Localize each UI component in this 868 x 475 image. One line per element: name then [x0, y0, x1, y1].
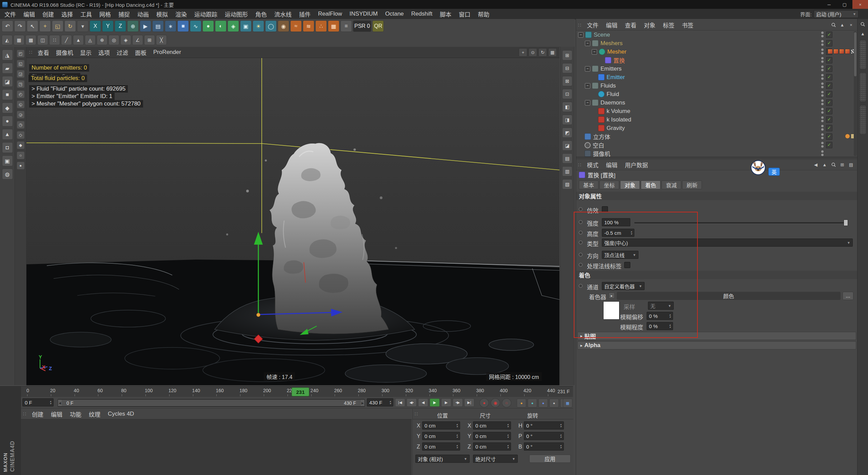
left-palette-icon[interactable]: ◍: [2, 169, 13, 179]
scale-tool-icon[interactable]: ◱: [52, 20, 63, 32]
left-palette-icon[interactable]: ◶: [17, 111, 25, 119]
section-map[interactable]: ▸ 贴图: [577, 332, 856, 340]
visibility-dots[interactable]: [821, 82, 824, 88]
apply-button[interactable]: 应用: [529, 455, 571, 463]
left-palette-icon[interactable]: ◮: [2, 50, 13, 60]
left-palette-icon[interactable]: ◘: [2, 142, 13, 153]
menu-item[interactable]: 编辑: [20, 9, 39, 19]
polygons-mode-icon[interactable]: ▲: [73, 35, 84, 45]
left-palette-icon[interactable]: ◳: [17, 80, 25, 88]
pos-x-field[interactable]: 0 cm▴▾: [422, 421, 460, 430]
visibility-dots[interactable]: [821, 133, 824, 139]
material-menu-item[interactable]: Cycles 4D: [104, 409, 138, 419]
process-normal-checkbox[interactable]: [624, 262, 630, 268]
mid-palette-icon[interactable]: ▤: [562, 153, 572, 164]
pos-y-field[interactable]: 0 cm▴▾: [422, 432, 460, 440]
timeline-ruler[interactable]: 0204060801001201401601802002202402602803…: [21, 386, 573, 397]
section-alpha[interactable]: ▸ Alpha: [577, 341, 856, 349]
coordinate-mode-dropdown[interactable]: 对象 (相对)▼: [415, 455, 470, 463]
section-object-properties[interactable]: 对象属性: [576, 192, 857, 200]
height-value-field[interactable]: -0.5 cm ▴▾: [602, 229, 634, 237]
maximize-button[interactable]: ▢: [837, 0, 852, 9]
viewport-menu-item[interactable]: 显示: [77, 47, 95, 58]
keyframe-selection-button[interactable]: ○: [502, 398, 511, 407]
qr-button[interactable]: QR: [372, 20, 384, 32]
instance-icon[interactable]: ◈: [228, 20, 239, 32]
menu-item[interactable]: Octane: [381, 9, 408, 19]
om-item-k-isolated[interactable]: k Isolated ✓: [576, 115, 857, 124]
panel-grip[interactable]: ∷: [578, 22, 581, 28]
dock-tab[interactable]: [860, 105, 866, 134]
points-mode-icon[interactable]: ∷: [49, 35, 60, 45]
sampling-dropdown[interactable]: 无▼: [648, 302, 674, 310]
strength-slider-handle[interactable]: [844, 220, 848, 226]
menu-item[interactable]: INSYDIUM: [346, 9, 381, 19]
render-picture-viewer-icon[interactable]: ▤: [152, 20, 164, 32]
view-zoom-icon[interactable]: ⊙: [529, 48, 537, 57]
size-mode-dropdown[interactable]: 绝对尺寸▼: [473, 455, 518, 463]
snap-icon[interactable]: ◈: [120, 35, 131, 45]
collapse-toggle[interactable]: −: [585, 66, 590, 72]
range-grip-left[interactable]: ◀: [58, 400, 62, 406]
search-icon[interactable]: [830, 162, 836, 168]
panel-grip[interactable]: ∷: [415, 411, 418, 417]
psr-badge[interactable]: PSR 0: [353, 20, 371, 32]
rot-b-field[interactable]: 0 °▴▾: [524, 442, 564, 451]
viewport-menu-item[interactable]: 摄像机: [53, 47, 77, 58]
menu-item[interactable]: 模拟: [153, 9, 172, 19]
om-item-emitter[interactable]: Emitter ✓: [576, 73, 857, 81]
start-frame-field[interactable]: 0 F ▴▾: [22, 398, 54, 406]
om-item-null[interactable]: 空白 ✓: [576, 141, 857, 149]
stepper-arrows[interactable]: ▴▾: [390, 400, 391, 405]
goto-start-button[interactable]: |◀: [395, 398, 405, 407]
layout-grid-button[interactable]: ▦: [563, 399, 572, 407]
timeline-playhead[interactable]: 231: [292, 387, 309, 396]
left-palette-icon[interactable]: ◆: [2, 102, 13, 113]
viewport-menu-item[interactable]: 过滤: [113, 47, 132, 58]
visibility-dots[interactable]: [821, 150, 824, 156]
dock-tab[interactable]: [860, 73, 866, 102]
enable-checkbox[interactable]: ✓: [826, 32, 832, 38]
texture-mode-icon[interactable]: ▩: [25, 35, 36, 45]
left-palette-icon[interactable]: ▣: [2, 155, 13, 166]
om-item-fluid[interactable]: Fluid ✓: [576, 90, 857, 98]
measure-icon[interactable]: ╳: [156, 35, 167, 45]
enable-checkbox[interactable]: ✓: [826, 65, 832, 72]
channel-dropdown[interactable]: 自定义着色器▼: [602, 282, 645, 290]
tab-basic[interactable]: 基本: [579, 180, 598, 189]
visibility-dots[interactable]: [821, 125, 824, 131]
object-manager-menu-item[interactable]: 标签: [659, 20, 678, 30]
left-palette-icon[interactable]: ◷: [17, 121, 25, 129]
light-icon[interactable]: ☀: [253, 20, 264, 32]
end-frame-field[interactable]: 430 F ▴▾: [367, 398, 393, 406]
size-y-field[interactable]: 0 cm▴▾: [473, 432, 511, 440]
stepper-arrows[interactable]: ▴▾: [669, 314, 671, 318]
range-grip-right[interactable]: ▶: [361, 400, 364, 406]
enable-checkbox[interactable]: ✓: [826, 142, 832, 148]
viewport-menu-item[interactable]: 查看: [34, 47, 53, 58]
pin-icon[interactable]: ▲: [822, 162, 828, 168]
lock-z-icon[interactable]: Z: [115, 20, 126, 32]
om-item-scene[interactable]: − Scene ✓: [576, 31, 857, 39]
rot-p-field[interactable]: 0 °▴▾: [524, 432, 564, 440]
lock-x-icon[interactable]: X: [90, 20, 101, 32]
attribute-menu-item[interactable]: 用户数据: [621, 159, 652, 170]
record-rotation-toggle[interactable]: ●: [538, 399, 548, 407]
texture-tag-icon[interactable]: [839, 49, 844, 54]
autokey-button[interactable]: ◉: [491, 398, 500, 407]
visibility-dots[interactable]: [821, 116, 824, 122]
live-selection-icon[interactable]: ↖: [27, 20, 38, 32]
viewport-menu-item[interactable]: ProRender: [150, 47, 184, 58]
om-item-fluids[interactable]: − Fluids ✓: [576, 81, 857, 90]
visibility-dots[interactable]: [821, 40, 824, 46]
material-menu-item[interactable]: 创建: [28, 409, 47, 419]
visibility-dots[interactable]: [821, 74, 824, 80]
search-icon[interactable]: [830, 22, 836, 28]
interface-dropdown[interactable]: 启动 (用户) ▼: [814, 10, 859, 18]
keyframe-dot[interactable]: [579, 253, 583, 256]
attribute-menu-item[interactable]: 模式: [583, 159, 602, 170]
symmetry-icon[interactable]: ◐: [215, 20, 226, 32]
visibility-dots[interactable]: [821, 57, 824, 63]
left-palette-icon[interactable]: ○: [17, 151, 25, 159]
om-item-meshers[interactable]: − Meshers ✓: [576, 39, 857, 48]
